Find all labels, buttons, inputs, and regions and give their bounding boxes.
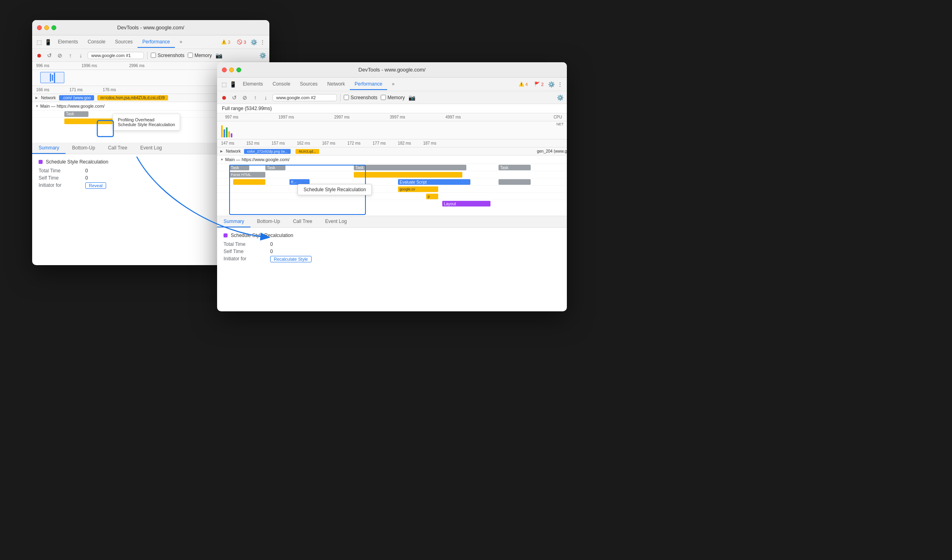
error-badge-2[interactable]: 🚩 2 bbox=[532, 81, 546, 88]
download-icon-2[interactable]: ↓ bbox=[262, 94, 269, 101]
url-dropdown-2[interactable]: www.google.com #2 bbox=[273, 94, 337, 101]
traffic-lights-1 bbox=[37, 25, 56, 30]
bottom-tab-eventlog-1[interactable]: Event Log bbox=[134, 143, 168, 154]
ts-2996: 2996 ms bbox=[129, 63, 144, 68]
sub-ts-166: 166 ms bbox=[36, 88, 49, 92]
clear-icon-2[interactable]: ⊘ bbox=[241, 94, 248, 101]
tab-elements-2[interactable]: Elements bbox=[238, 79, 268, 90]
device-icon-2[interactable]: 📱 bbox=[229, 81, 236, 88]
tab-console-1[interactable]: Console bbox=[83, 37, 110, 48]
perf-settings-icon-1[interactable]: ⚙️ bbox=[259, 52, 266, 59]
bottom-tab-bottomup-2[interactable]: Bottom-Up bbox=[250, 216, 286, 227]
error-icon-2: 🚩 bbox=[534, 82, 540, 87]
tab-performance-1[interactable]: Performance bbox=[137, 37, 175, 48]
sub-ts-176: 176 ms bbox=[103, 88, 116, 92]
layout-chip: Layout bbox=[442, 201, 490, 206]
ts2-2997: 2997 ms bbox=[334, 115, 349, 119]
ts2-3997: 3997 ms bbox=[390, 115, 405, 119]
maximize-button-1[interactable] bbox=[51, 25, 56, 30]
tab-elements-1[interactable]: Elements bbox=[53, 37, 83, 48]
network-url-pill-1: .com/ (www.goo bbox=[59, 95, 94, 100]
self-time-value-2: 0 bbox=[270, 249, 273, 254]
tab-console-2[interactable]: Console bbox=[268, 79, 295, 90]
error-icon-1: 🚫 bbox=[237, 39, 242, 45]
p-chip: p bbox=[426, 194, 438, 199]
subtask-chip-1 bbox=[64, 119, 113, 124]
warning-icon-1: ⚠️ bbox=[221, 39, 227, 45]
window-title-1: DevTools - www.google.com/ bbox=[117, 25, 185, 31]
reload-icon-2[interactable]: ↺ bbox=[231, 94, 238, 101]
network-triangle-1: ▶ bbox=[35, 96, 38, 100]
more-icon-2[interactable]: ⋮ bbox=[556, 81, 564, 88]
perf-toolbar-2: ⏺ ↺ ⊘ ↑ ↓ www.google.com #2 Screenshots … bbox=[217, 91, 567, 104]
maximize-button-2[interactable] bbox=[236, 67, 241, 72]
tooltip-line2: Schedule Style Recalculation bbox=[118, 122, 175, 127]
inspect-icon-2[interactable]: ⬚ bbox=[220, 81, 228, 88]
memory-checkbox-1[interactable]: Memory bbox=[188, 53, 212, 58]
warning-badge-2[interactable]: ⚠️ 4 bbox=[516, 81, 530, 88]
network-label-1: Network bbox=[41, 96, 56, 100]
close-button-1[interactable] bbox=[37, 25, 42, 30]
memory-checkbox-2[interactable]: Memory bbox=[381, 95, 405, 100]
main-label-1: Main — https://www.google.com/ bbox=[40, 104, 105, 108]
sub-ts2-157: 157 ms bbox=[272, 141, 285, 145]
error-badge-1[interactable]: 🚫 3 bbox=[234, 39, 248, 45]
clear-icon-1[interactable]: ⊘ bbox=[56, 52, 64, 59]
bottom-tab-summary-2[interactable]: Summary bbox=[217, 216, 250, 227]
tab-sources-1[interactable]: Sources bbox=[110, 37, 137, 48]
tab-network-2[interactable]: Network bbox=[322, 79, 350, 90]
network-file-pill: color_272x92dp.png (w... bbox=[244, 149, 291, 154]
screenshot-camera-icon-1[interactable]: 📷 bbox=[215, 52, 222, 59]
bottom-tab-summary-1[interactable]: Summary bbox=[32, 143, 66, 154]
more-icon-1[interactable]: ⋮ bbox=[259, 39, 266, 46]
warning-icon-2: ⚠️ bbox=[519, 82, 524, 87]
settings-icon-2[interactable]: ⚙️ bbox=[548, 81, 555, 88]
settings-icon-1[interactable]: ⚙️ bbox=[250, 39, 257, 46]
record-icon-2[interactable]: ⏺ bbox=[220, 94, 228, 101]
parse-html-chip: Parse HTML bbox=[229, 172, 265, 178]
nav-tabs-1: Elements Console Sources Performance » bbox=[53, 37, 187, 48]
close-button-2[interactable] bbox=[222, 67, 227, 72]
minimize-button-2[interactable] bbox=[229, 67, 234, 72]
subtask-row-2d: p bbox=[217, 193, 567, 200]
recalculate-link-2[interactable]: Recalculate Style bbox=[270, 256, 312, 262]
main-triangle-2: ▼ bbox=[220, 158, 224, 161]
upload-icon-1[interactable]: ↑ bbox=[67, 52, 74, 59]
googlecv-chip: google.cv bbox=[398, 186, 438, 192]
traffic-lights-2 bbox=[222, 67, 241, 72]
screenshot-camera-icon-2[interactable]: 📷 bbox=[408, 94, 415, 101]
cpu-label: CPU bbox=[554, 115, 562, 119]
bottom-tab-calltree-1[interactable]: Call Tree bbox=[102, 143, 134, 154]
devtools-window-2: DevTools - www.google.com/ ⬚ 📱 Elements … bbox=[217, 62, 567, 311]
sub-ts2-162: 162 ms bbox=[297, 141, 310, 145]
sub-ruler-2: 147 ms 152 ms 157 ms 162 ms 167 ms 172 m… bbox=[217, 139, 567, 147]
task3-chip: Task bbox=[354, 165, 466, 170]
perf-settings-icon-2[interactable]: ⚙️ bbox=[556, 94, 564, 101]
mini-chart-2[interactable]: NET bbox=[217, 121, 567, 139]
bottom-tab-eventlog-2[interactable]: Event Log bbox=[319, 216, 353, 227]
sub-ts2-187: 187 ms bbox=[423, 141, 436, 145]
total-time-value-2: 0 bbox=[270, 241, 273, 247]
window-title-2: DevTools - www.google.com/ bbox=[359, 67, 426, 73]
tab-performance-2[interactable]: Performance bbox=[350, 79, 387, 90]
tab-more-2[interactable]: » bbox=[387, 79, 400, 90]
record-icon-1[interactable]: ⏺ bbox=[35, 52, 43, 59]
minimize-button-1[interactable] bbox=[44, 25, 49, 30]
main-label-2: Main — https://www.google.com/ bbox=[225, 157, 289, 162]
reveal-link-1[interactable]: Reveal bbox=[85, 182, 106, 189]
download-icon-1[interactable]: ↓ bbox=[77, 52, 84, 59]
warning-badge-1[interactable]: ⚠️ 3 bbox=[219, 39, 233, 45]
tab-more-1[interactable]: » bbox=[175, 37, 187, 48]
tab-sources-2[interactable]: Sources bbox=[295, 79, 322, 90]
bottom-tab-calltree-2[interactable]: Call Tree bbox=[287, 216, 319, 227]
upload-icon-2[interactable]: ↑ bbox=[252, 94, 259, 101]
url-dropdown-1[interactable]: www.google.com #1 bbox=[88, 52, 144, 59]
screenshots-checkbox-2[interactable]: Screenshots bbox=[344, 95, 378, 100]
inspect-icon[interactable]: ⬚ bbox=[35, 39, 43, 46]
bottom-tab-bottomup-1[interactable]: Bottom-Up bbox=[66, 143, 101, 154]
device-icon[interactable]: 📱 bbox=[44, 39, 51, 46]
task-header-row-2: Task Task Task Task bbox=[217, 164, 567, 171]
screenshots-checkbox-1[interactable]: Screenshots bbox=[151, 53, 185, 58]
reload-icon-1[interactable]: ↺ bbox=[46, 52, 53, 59]
self-time-label-1: Self Time bbox=[39, 175, 79, 181]
